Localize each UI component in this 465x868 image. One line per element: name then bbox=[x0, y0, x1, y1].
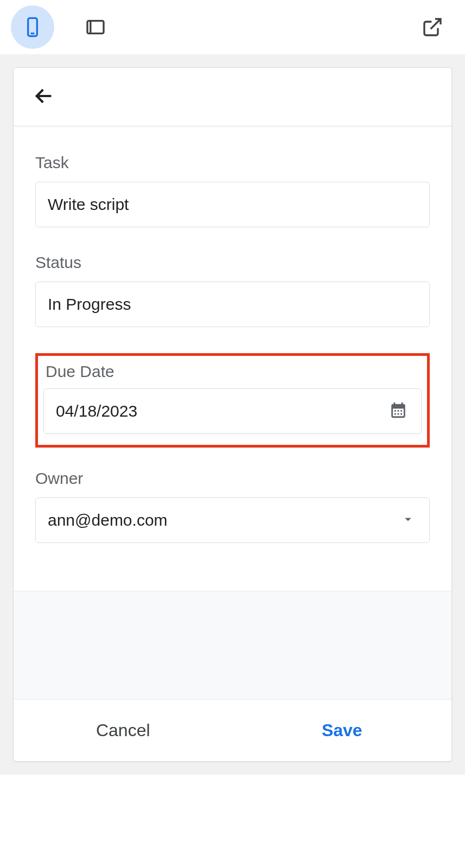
svg-line-4 bbox=[431, 19, 441, 29]
form-body: Task Status In Progress Due Date 04/18/2… bbox=[14, 126, 451, 591]
content-area: Task Status In Progress Due Date 04/18/2… bbox=[0, 54, 465, 775]
due-date-input[interactable]: 04/18/2023 bbox=[43, 388, 422, 434]
open-external-icon bbox=[422, 16, 443, 38]
mobile-view-button[interactable] bbox=[11, 5, 54, 49]
footer-buttons: Cancel Save bbox=[14, 699, 451, 761]
due-date-highlight: Due Date 04/18/2023 bbox=[35, 353, 430, 448]
card-header bbox=[14, 68, 451, 126]
task-field-group: Task bbox=[35, 154, 430, 227]
arrow-left-icon bbox=[33, 85, 55, 107]
status-label: Status bbox=[35, 253, 430, 272]
owner-select[interactable]: ann@demo.com bbox=[35, 497, 430, 543]
status-select-wrapper: In Progress bbox=[35, 282, 430, 327]
cancel-button[interactable]: Cancel bbox=[14, 700, 233, 761]
top-toolbar bbox=[0, 0, 465, 54]
due-date-label: Due Date bbox=[46, 362, 422, 381]
tablet-icon bbox=[85, 16, 106, 38]
status-field-group: Status In Progress bbox=[35, 253, 430, 327]
back-button[interactable] bbox=[31, 83, 57, 111]
owner-field-group: Owner ann@demo.com bbox=[35, 469, 430, 543]
spacer-section bbox=[14, 591, 451, 699]
form-card: Task Status In Progress Due Date 04/18/2… bbox=[13, 67, 452, 762]
task-input[interactable] bbox=[35, 182, 430, 227]
status-select[interactable]: In Progress bbox=[35, 282, 430, 327]
owner-select-wrapper: ann@demo.com bbox=[35, 497, 430, 543]
open-external-button[interactable] bbox=[411, 5, 454, 49]
owner-label: Owner bbox=[35, 469, 430, 488]
due-date-wrapper: 04/18/2023 bbox=[43, 388, 422, 434]
toolbar-left-group bbox=[11, 5, 117, 49]
task-label: Task bbox=[35, 154, 430, 172]
save-button[interactable]: Save bbox=[233, 700, 452, 761]
phone-icon bbox=[22, 16, 43, 38]
tablet-view-button[interactable] bbox=[74, 5, 117, 49]
